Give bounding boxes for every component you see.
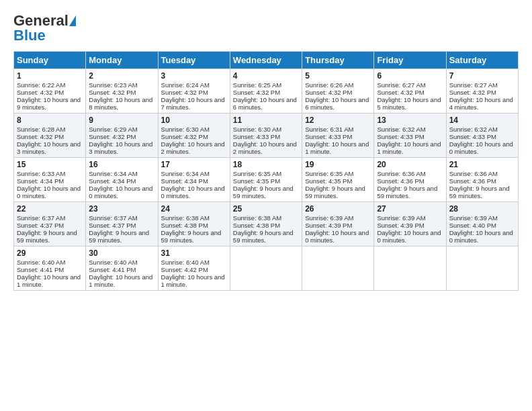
calendar-cell: 25Sunrise: 6:38 AMSunset: 4:38 PMDayligh… [230,202,302,246]
daylight-label: Daylight: 9 hours and 59 minutes. [233,185,294,199]
sunrise-label: Sunrise: 6:40 AM [17,259,65,266]
day-number: 2 [89,71,154,81]
day-number: 21 [449,160,515,169]
sunset-label: Sunset: 4:33 PM [305,133,352,140]
day-header-friday: Friday [374,52,446,69]
day-number: 3 [161,71,227,81]
daylight-label: Daylight: 10 hours and 4 minutes. [449,96,513,111]
calendar-cell: 10Sunrise: 6:30 AMSunset: 4:32 PMDayligh… [158,113,230,158]
day-number: 4 [233,71,299,81]
calendar-cell: 21Sunrise: 6:36 AMSunset: 4:36 PMDayligh… [446,158,518,202]
day-header-saturday: Saturday [446,52,518,69]
sunset-label: Sunset: 4:38 PM [161,222,208,229]
sunrise-label: Sunrise: 6:37 AM [17,214,65,222]
calendar-cell: 17Sunrise: 6:34 AMSunset: 4:34 PMDayligh… [158,158,230,202]
day-number: 11 [233,116,299,125]
day-number: 6 [377,71,443,81]
sunrise-label: Sunrise: 6:37 AM [89,214,137,222]
sunrise-label: Sunrise: 6:32 AM [449,126,498,133]
sunset-label: Sunset: 4:32 PM [89,89,136,96]
calendar-cell: 5Sunrise: 6:26 AMSunset: 4:32 PMDaylight… [302,69,374,113]
day-header-sunday: Sunday [14,52,86,69]
day-number: 8 [17,116,83,125]
calendar-cell: 8Sunrise: 6:28 AMSunset: 4:32 PMDaylight… [14,113,86,158]
sunrise-label: Sunrise: 6:28 AM [17,126,65,133]
sunrise-label: Sunrise: 6:34 AM [161,170,210,177]
day-header-wednesday: Wednesday [230,52,302,69]
daylight-label: Daylight: 9 hours and 59 minutes. [161,229,222,244]
day-number: 5 [305,71,371,81]
daylight-label: Daylight: 10 hours and 3 minutes. [17,140,81,155]
sunrise-label: Sunrise: 6:36 AM [377,170,425,177]
daylight-label: Daylight: 9 hours and 59 minutes. [233,229,294,244]
page: General Blue SundayMondayTuesdayWednesda… [0,0,532,411]
calendar: SundayMondayTuesdayWednesdayThursdayFrid… [13,51,519,291]
sunset-label: Sunset: 4:32 PM [89,133,136,140]
sunset-label: Sunset: 4:33 PM [233,133,280,140]
daylight-label: Daylight: 10 hours and 0 minutes. [17,185,81,199]
daylight-label: Daylight: 10 hours and 1 minute. [89,273,152,288]
day-header-thursday: Thursday [302,52,374,69]
sunrise-label: Sunrise: 6:30 AM [233,126,281,133]
sunrise-label: Sunrise: 6:31 AM [305,126,353,133]
daylight-label: Daylight: 10 hours and 0 minutes. [449,140,513,155]
day-number: 17 [161,160,227,169]
sunrise-label: Sunrise: 6:27 AM [449,81,498,89]
sunset-label: Sunset: 4:37 PM [89,222,136,229]
day-number: 20 [377,160,443,169]
sunrise-label: Sunrise: 6:23 AM [89,81,137,89]
week-row-1: 1Sunrise: 6:22 AMSunset: 4:32 PMDaylight… [14,69,519,113]
calendar-cell [374,246,446,291]
calendar-cell: 26Sunrise: 6:39 AMSunset: 4:39 PMDayligh… [302,202,374,246]
daylight-label: Daylight: 10 hours and 1 minute. [377,140,441,155]
logo-icon [69,15,76,26]
logo: General Blue [13,12,76,44]
daylight-label: Daylight: 10 hours and 9 minutes. [17,96,81,111]
daylight-label: Daylight: 10 hours and 8 minutes. [89,96,152,111]
daylight-label: Daylight: 10 hours and 0 minutes. [161,185,225,199]
day-number: 13 [377,116,443,125]
day-number: 23 [89,204,154,214]
sunset-label: Sunset: 4:34 PM [161,177,208,185]
day-number: 12 [305,116,371,125]
calendar-cell: 7Sunrise: 6:27 AMSunset: 4:32 PMDaylight… [446,69,518,113]
calendar-cell [446,246,518,291]
calendar-cell: 27Sunrise: 6:39 AMSunset: 4:39 PMDayligh… [374,202,446,246]
sunrise-label: Sunrise: 6:38 AM [161,214,210,222]
daylight-label: Daylight: 10 hours and 0 minutes. [305,229,369,244]
daylight-label: Daylight: 10 hours and 2 minutes. [161,140,225,155]
sunset-label: Sunset: 4:37 PM [17,222,64,229]
day-number: 18 [233,160,299,169]
week-row-2: 8Sunrise: 6:28 AMSunset: 4:32 PMDaylight… [14,113,519,158]
calendar-cell: 15Sunrise: 6:33 AMSunset: 4:34 PMDayligh… [14,158,86,202]
sunset-label: Sunset: 4:36 PM [449,177,496,185]
day-number: 15 [17,160,83,169]
sunset-label: Sunset: 4:41 PM [17,266,64,273]
day-number: 24 [161,204,227,214]
sunrise-label: Sunrise: 6:33 AM [17,170,65,177]
calendar-cell: 20Sunrise: 6:36 AMSunset: 4:36 PMDayligh… [374,158,446,202]
sunset-label: Sunset: 4:36 PM [377,177,424,185]
daylight-label: Daylight: 10 hours and 1 minute. [17,273,81,288]
day-number: 29 [17,248,83,258]
sunset-label: Sunset: 4:32 PM [449,89,496,96]
calendar-cell: 24Sunrise: 6:38 AMSunset: 4:38 PMDayligh… [158,202,230,246]
daylight-label: Daylight: 10 hours and 2 minutes. [233,140,297,155]
day-number: 7 [449,71,515,81]
day-header-tuesday: Tuesday [158,52,230,69]
sunrise-label: Sunrise: 6:39 AM [377,214,425,222]
calendar-cell: 16Sunrise: 6:34 AMSunset: 4:34 PMDayligh… [86,158,158,202]
calendar-cell: 29Sunrise: 6:40 AMSunset: 4:41 PMDayligh… [14,246,86,291]
sunset-label: Sunset: 4:35 PM [233,177,280,185]
calendar-cell: 28Sunrise: 6:39 AMSunset: 4:40 PMDayligh… [446,202,518,246]
sunrise-label: Sunrise: 6:40 AM [161,259,210,266]
sunrise-label: Sunrise: 6:39 AM [449,214,498,222]
daylight-label: Daylight: 9 hours and 59 minutes. [305,185,365,199]
sunset-label: Sunset: 4:40 PM [449,222,496,229]
sunset-label: Sunset: 4:38 PM [233,222,280,229]
day-number: 16 [89,160,154,169]
calendar-cell: 3Sunrise: 6:24 AMSunset: 4:32 PMDaylight… [158,69,230,113]
day-header-monday: Monday [86,52,158,69]
sunset-label: Sunset: 4:39 PM [377,222,424,229]
sunset-label: Sunset: 4:32 PM [305,89,352,96]
